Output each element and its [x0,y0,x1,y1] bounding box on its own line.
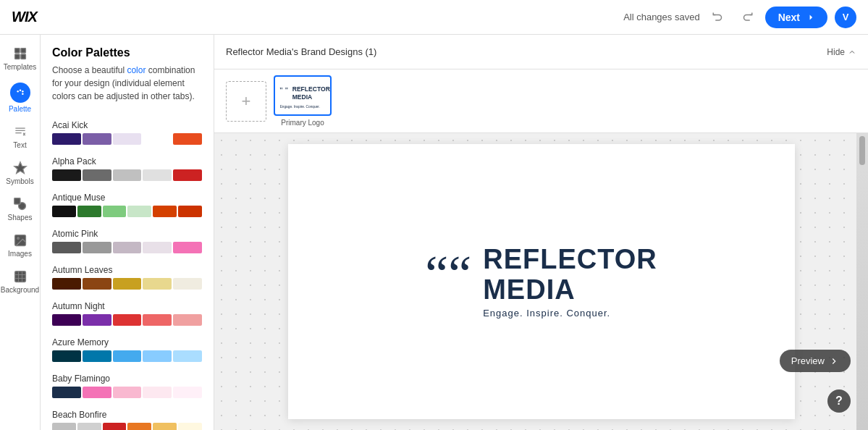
help-button[interactable]: ? [827,389,851,413]
svg-rect-2 [14,54,20,59]
palette-name: Autumn Leaves [52,265,202,275]
undo-button[interactable] [707,7,729,28]
palette-swatches [52,169,202,181]
sidebar-item-label: Symbols [6,177,33,185]
topbar-left: WIX [12,9,37,25]
svg-rect-0 [14,49,20,54]
svg-rect-3 [20,54,25,59]
color-swatch [83,242,111,253]
palette-swatches [52,314,202,326]
logo-main-text-line1: REFLECTOR [483,245,657,275]
color-swatch [113,278,142,290]
palette-name: Alpha Pack [52,156,202,166]
svg-rect-11 [14,198,20,204]
color-swatch [178,206,202,217]
sidebar-item-label: Templates [4,63,37,71]
color-swatch [77,423,101,430]
color-swatch [77,206,101,217]
palette-item[interactable]: Atomic Pink [41,223,214,259]
palette-swatches [52,242,202,253]
palette-list: Acai KickAlpha PackAntique MuseAtomic Pi… [41,109,214,430]
sidebar-item-text[interactable]: Text [3,120,38,153]
color-swatch [103,206,127,217]
sidebar-item-label: Background [1,286,39,294]
brand-title: Reflector Media's Brand Designs (1) [226,46,376,57]
palette-item[interactable]: Autumn Leaves [41,259,214,295]
color-swatch [143,278,172,290]
svg-point-8 [22,93,24,95]
sidebar-item-symbols[interactable]: Symbols [3,156,38,190]
svg-text:Engage. Inspire. Conquer.: Engage. Inspire. Conquer. [280,105,320,109]
sidebar-item-label: Shapes [8,214,33,222]
color-swatch [153,206,177,217]
color-swatch [113,133,142,145]
color-swatch [83,350,111,362]
sidebar-item-shapes[interactable]: Shapes [3,193,38,226]
panel-title: Color Palettes [52,46,202,59]
svg-text:MEDIA: MEDIA [292,93,313,101]
next-button[interactable]: Next [765,7,827,28]
palette-item[interactable]: Acai Kick [41,114,214,151]
palette-name: Acai Kick [52,120,202,130]
main-layout: Templates Palette Text [0,35,868,430]
palette-name: Antique Muse [52,193,202,203]
svg-text:REFLECTOR: REFLECTOR [292,85,330,93]
palette-item[interactable]: Alpha Pack [41,151,214,187]
color-swatch [127,206,151,217]
saved-status: All changes saved [623,12,700,22]
palette-item[interactable]: Baby Flamingo [41,368,214,404]
palette-swatches [52,350,202,362]
color-swatch [52,206,76,217]
logo-image-box: " " REFLECTOR MEDIA Engage. Inspire. Con… [274,75,332,116]
color-swatch [113,242,142,253]
color-swatch [173,169,202,181]
color-swatch [83,133,111,145]
avatar: V [835,7,856,28]
palette-item[interactable]: Antique Muse [41,187,214,223]
logo-text-block: REFLECTOR MEDIA Engage. Inspire. Conquer… [483,245,657,319]
color-swatch [83,314,111,326]
palette-item[interactable]: Beach Bonfire [41,404,214,430]
palette-item[interactable]: Autumn Night [41,295,214,332]
svg-text:": " [285,87,288,94]
svg-point-5 [17,90,19,93]
svg-point-4 [14,87,26,99]
sidebar-item-background[interactable]: Background [3,265,38,298]
color-swatch [103,423,127,430]
icon-sidebar: Templates Palette Text [0,35,41,430]
svg-text:": " [279,87,283,94]
hide-button[interactable]: Hide [827,47,856,57]
sidebar-item-label: Palette [9,105,31,113]
sidebar-item-label: Images [8,250,32,258]
sidebar-item-templates[interactable]: Templates [3,42,38,75]
wix-logo: WIX [12,9,37,25]
logo-card[interactable]: " " REFLECTOR MEDIA Engage. Inspire. Con… [274,75,332,127]
color-swatch [127,423,151,430]
svg-marker-9 [14,162,26,174]
logo-display: ““ REFLECTOR MEDIA Engage. Inspire. Conq… [425,245,657,319]
highlight-text: color [127,65,146,75]
color-swatch [143,350,172,362]
svg-rect-1 [20,49,25,54]
palette-item[interactable]: Azure Memory [41,332,214,368]
svg-point-6 [19,89,21,91]
color-swatch [173,278,202,290]
palette-swatches [52,387,202,398]
sidebar-item-images[interactable]: Images [3,229,38,262]
color-swatch [173,133,202,145]
color-swatch [143,133,172,145]
preview-button[interactable]: Preview [780,350,851,372]
color-swatch [173,314,202,326]
palette-swatches [52,133,202,145]
color-swatch [52,242,81,253]
palette-name: Azure Memory [52,337,202,347]
color-swatch [143,387,172,398]
svg-rect-14 [14,271,25,282]
brand-bar: Reflector Media's Brand Designs (1) Hide [214,35,868,69]
redo-button[interactable] [736,7,758,28]
quote-marks: ““ [425,248,471,300]
svg-point-7 [22,90,24,93]
sidebar-item-palette[interactable]: Palette [3,78,38,117]
add-logo-button[interactable]: + [226,81,266,122]
color-swatch [83,387,111,398]
